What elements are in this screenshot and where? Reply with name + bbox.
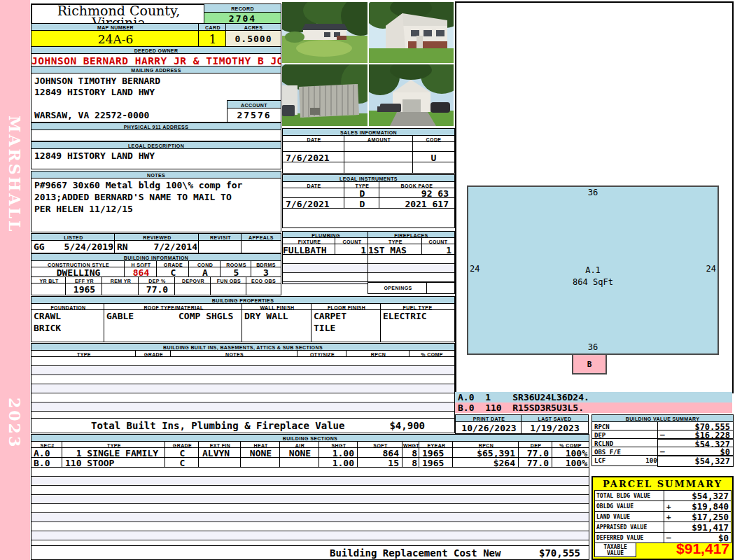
wall-finish-value: DRY WALL <box>241 309 313 342</box>
openings-value <box>426 282 455 294</box>
building-replacement-row: Building Replacement Cost New $70,555 <box>31 545 589 560</box>
property-photo-front <box>282 2 368 63</box>
bvs-lcf-text: LCF <box>594 457 606 464</box>
sketch-b-label: B <box>587 360 592 369</box>
ps-r0-label: TOTAL BLDG VALUE <box>594 490 667 501</box>
property-photo-outbuilding <box>282 64 368 126</box>
sketch-section-a: 36 24 24 A.1 864 SqFt 36 <box>467 186 719 355</box>
ps-r2-amount: $17,250 <box>692 512 729 522</box>
floor-finish-1: CARPET <box>314 311 346 321</box>
last-saved-value: 1/19/2023 <box>521 421 589 434</box>
foundation-line-1: CRAWL <box>34 311 61 321</box>
sketch-vector-b: B.0 110 R15SD3R5U3L5. <box>455 402 732 413</box>
wall-finish: DRY WALL <box>244 311 288 321</box>
ps-r3-amount: $91,417 <box>692 522 729 533</box>
funobs-value <box>210 283 248 295</box>
ps-r1-label: OBLDG VALUE <box>594 500 667 512</box>
foundation-value: CRAWL BRICK <box>31 309 106 342</box>
sales-r2-date <box>282 162 346 174</box>
ps-r2-value: +$17,250 <box>664 511 732 522</box>
physical-address-value <box>31 130 281 141</box>
listed-by: GG <box>34 241 45 252</box>
parcel-summary-box: PARCEL SUMMARY TOTAL BLDG VALUE $54,327 … <box>592 476 734 560</box>
ps-r3-value: $91,417 <box>664 522 732 533</box>
effyr-value: 1965 <box>65 283 104 295</box>
yrblt-value <box>31 283 67 295</box>
reviewed-by: RN <box>117 241 128 252</box>
taxable-value: $91,417 <box>638 540 729 557</box>
account-value: 27576 <box>227 108 281 122</box>
sketch-dim-top: 36 <box>468 188 718 197</box>
taxable-value-label: TAXABLE VALUE <box>594 542 636 557</box>
ps-r1-value: +$19,840 <box>664 500 732 512</box>
depovr-value <box>174 283 212 295</box>
sketch-section-b: B <box>572 354 607 374</box>
openings-label: OPENINGS <box>368 282 428 294</box>
print-date-value: 10/26/2023 <box>455 421 523 434</box>
bvs-lcf-label: LCF100% <box>592 455 664 466</box>
roof-type: GABLE <box>106 311 134 321</box>
property-photo-garage <box>369 64 454 126</box>
map-number-value: 24A-6 <box>31 30 200 48</box>
legal-description-value: 12849 HISTORY LAND HWY <box>34 150 155 161</box>
vendor-watermark: MARSHALL <box>6 115 24 233</box>
building-replacement-value: $70,555 <box>539 547 580 559</box>
building-sections-empty-rows <box>31 467 589 547</box>
taxable-label-line1: TAXABLE <box>603 544 627 550</box>
roof-value: GABLE COMP SHGLS <box>104 309 244 342</box>
ps-r0-value: $54,327 <box>664 490 732 501</box>
reviewed-value: RN7/2/2014 <box>114 240 200 253</box>
mailing-line-1: JOHNSON TIMOTHY BERNARD <box>34 76 160 86</box>
sketch-area-sqft: 864 SqFt <box>468 277 718 287</box>
notes-line-1: P#9667 30x60 Metal bldg 100\% comp for <box>34 180 242 190</box>
ecoobs-value <box>246 283 281 295</box>
ps-r3-label: APPRAISED VALUE <box>594 522 667 533</box>
sketch-dim-bottom: 36 <box>468 342 718 352</box>
ps-r1-sign: + <box>664 502 671 511</box>
acres-value: 0.5000 <box>225 30 281 48</box>
floor-finish-2: TILE <box>314 323 335 333</box>
reviewed-date: 7/2/2014 <box>153 241 197 252</box>
built-ins-total-label: Total Built Ins, Plumbing & Fireplace Va… <box>91 420 344 431</box>
legal-description-box: 12849 HISTORY LAND HWY <box>31 148 281 169</box>
sidebar-strip <box>0 0 30 560</box>
property-record-card: MARSHALL 2023 Richmond County, Virginia … <box>0 0 735 560</box>
notes-line-2: 2013;ADDED BERNARD'S NAME TO MAIL TO <box>34 192 232 202</box>
listed-value: GG5/24/2019 <box>31 240 116 253</box>
built-ins-total-value: $4,900 <box>389 420 425 431</box>
ps-r2-sign: + <box>664 512 671 522</box>
notes-line-3: PER HELEN 11/12/15 <box>34 204 133 214</box>
notes-box: P#9667 30x60 Metal bldg 100\% comp for 2… <box>31 178 281 232</box>
ps-r2-label: LAND VALUE <box>594 511 667 522</box>
fireplaces-empty-rows <box>368 254 455 284</box>
remyr-value <box>102 283 140 295</box>
built-ins-empty-rows <box>31 356 455 420</box>
built-ins-total-row: Total Built Ins, Plumbing & Fireplace Va… <box>31 418 455 433</box>
plumbing-empty-rows <box>282 254 370 284</box>
revisit-value <box>198 240 243 253</box>
ps-r0-amount: $54,327 <box>692 491 729 501</box>
bvs-lcf-value: $54,327 <box>657 455 734 467</box>
sales-r2-amount <box>344 162 414 174</box>
taxable-label-line2: VALUE <box>607 550 624 556</box>
parcel-summary-title: PARCEL SUMMARY <box>593 479 732 489</box>
listed-date: 5/24/2019 <box>64 241 113 252</box>
sketch-area-label: A.1 <box>468 265 718 275</box>
li-empty-box <box>282 208 455 228</box>
property-photo-side <box>369 2 454 63</box>
mailing-line-2: 12849 HISTORY LAND HWY <box>34 87 155 97</box>
fuel-type: ELECTRIC <box>383 311 427 321</box>
year-watermark: 2023 <box>6 398 24 449</box>
sketch-vector-a: A.0 1 SR36U24L36D24. <box>455 392 732 402</box>
card-value: 1 <box>198 30 227 48</box>
appeals-value <box>241 240 281 253</box>
ps-r1-amount: $19,840 <box>692 501 729 512</box>
sales-r2-code <box>412 162 455 174</box>
roof-material: COMP SHGLS <box>178 311 233 321</box>
building-replacement-label: Building Replacement Cost New <box>330 547 500 559</box>
floor-finish-value: CARPET TILE <box>311 309 382 342</box>
foundation-line-2: BRICK <box>34 323 61 333</box>
mailing-line-3: WARSAW, VA 22572-0000 <box>34 110 149 120</box>
dep-value: 77.0 <box>138 283 176 295</box>
fuel-type-value: ELECTRIC <box>380 309 455 342</box>
